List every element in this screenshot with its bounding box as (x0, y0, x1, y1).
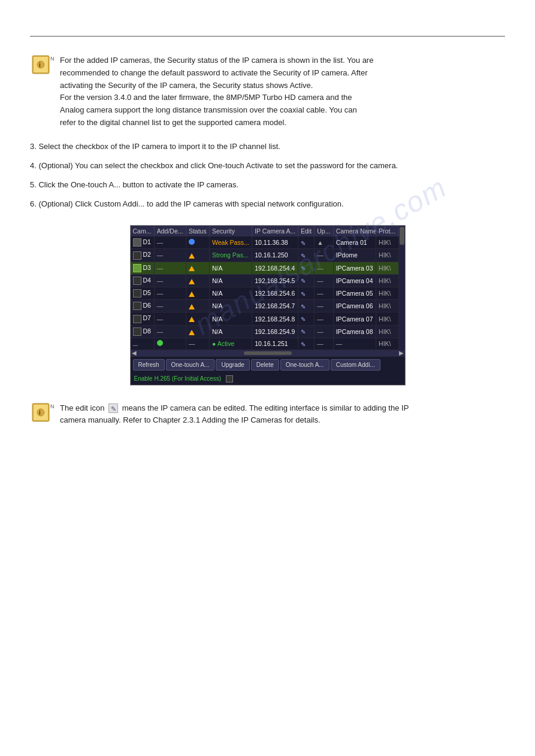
cell-cam: D4 (131, 274, 155, 287)
edit-pencil-icon[interactable]: ✎ (301, 265, 306, 272)
row-checkbox[interactable] (133, 289, 141, 297)
svg-point-2 (37, 61, 44, 68)
col-add: Add/De... (154, 226, 186, 236)
row-checkbox[interactable] (133, 238, 141, 247)
row-checkbox[interactable] (133, 327, 141, 336)
upgrade-button[interactable]: Upgrade (216, 359, 249, 371)
table-wrapper: Cam... Add/De... Status Security IP Came… (131, 226, 405, 350)
table-row: D5 — N/A 192.168.254.6 ✎ — (131, 287, 399, 300)
svg-point-7 (37, 409, 44, 416)
row-checkbox[interactable] (133, 302, 141, 310)
cell-name: — (333, 338, 376, 350)
cell-cam: D1 (131, 236, 155, 249)
enable-h265-checkbox[interactable] (226, 375, 233, 382)
table-header-row: Cam... Add/De... Status Security IP Came… (131, 226, 399, 236)
cell-up: ▲ (315, 236, 333, 249)
cell-cam: D2 (131, 249, 155, 262)
delete-button[interactable]: Delete (251, 359, 279, 371)
cell-add: — (154, 249, 186, 262)
edit-pencil-icon[interactable]: ✎ (301, 341, 306, 348)
cell-security: N/A (209, 312, 252, 325)
cell-ip: 192.168.254.8 (252, 312, 298, 325)
cell-edit: ✎ (298, 325, 314, 338)
row-checkbox[interactable] (133, 264, 141, 272)
cell-ip: 192.168.254.7 (252, 300, 298, 312)
cell-name: IPCamera 03 (333, 262, 376, 274)
edit-pencil-icon[interactable]: ✎ (301, 253, 306, 259)
cell-status (186, 274, 209, 287)
cell-add: — (154, 236, 186, 249)
custom-add-button[interactable]: Custom Addi... (331, 359, 380, 371)
col-cam: Cam... (131, 226, 155, 236)
cell-status (186, 312, 209, 325)
edit-pencil-icon[interactable]: ✎ (301, 316, 306, 323)
one-touch-add-button[interactable]: One-touch A... (280, 359, 330, 371)
cell-name: Camera 01 (333, 236, 376, 249)
cell-cam: ... (131, 338, 155, 350)
col-prot: Prot... (376, 226, 398, 236)
edit-pencil-icon[interactable]: ✎ (301, 303, 306, 310)
cell-security: N/A (209, 300, 252, 312)
cell-security: N/A (209, 262, 252, 274)
cell-name: IPCamera 06 (333, 300, 376, 312)
table-row: D4 — N/A 192.168.254.5 ✎ — (131, 274, 399, 287)
row-checkbox[interactable] (133, 315, 141, 323)
warning-triangle-icon (189, 253, 195, 259)
svg-text:NOTE: NOTE (50, 403, 54, 409)
col-name: Camera Name (333, 226, 376, 236)
cell-ip: 192.168.254.5 (252, 274, 298, 287)
edit-pencil-icon[interactable]: ✎ (301, 240, 306, 247)
col-ip: IP Camera A... (252, 226, 298, 236)
cell-add: — (154, 312, 186, 325)
cell-add: — (154, 300, 186, 312)
row-checkbox[interactable] (133, 277, 141, 285)
cell-edit: ✎ (298, 287, 314, 300)
cell-edit: ✎ (298, 236, 314, 249)
cell-ip: 10.16.1.250 (252, 249, 298, 262)
cell-name: IPCamera 08 (333, 325, 376, 338)
cell-cam: D3 (131, 262, 155, 274)
table-row: ... — ● Active 10.16.1.251 ✎ — — (131, 338, 399, 350)
cell-security: N/A (209, 287, 252, 300)
cell-add: — (154, 274, 186, 287)
h-scroll-thumb[interactable] (244, 351, 292, 355)
cell-cam: D8 (131, 325, 155, 338)
cell-prot: HIK\ (376, 338, 398, 350)
status-icon-blue (189, 239, 195, 245)
vertical-scrollbar[interactable] (399, 226, 405, 350)
cell-prot: HIK\ (376, 262, 398, 274)
cell-cam: D7 (131, 312, 155, 325)
cell-status: — (186, 338, 209, 350)
cell-up: — (315, 312, 333, 325)
cell-security: Strong Pas... (209, 249, 252, 262)
cell-edit: ✎ (298, 312, 314, 325)
page-container: manualsarchive.com i NOTE For the added … (0, 0, 535, 756)
warning-triangle-icon (189, 292, 195, 297)
svg-text:i: i (39, 409, 41, 416)
horizontal-scrollbar[interactable]: ◀ ▶ (131, 350, 405, 356)
cell-name: IPdome (333, 249, 376, 262)
table-row: D2 — Strong Pas... 10.16.1.250 ✎ — (131, 249, 399, 262)
enable-h265-label: Enable H.265 (For Initial Access) (134, 375, 222, 382)
cell-prot: HIK\ (376, 274, 398, 287)
cell-ip: 192.168.254.6 (252, 287, 298, 300)
cell-cam: D6 (131, 300, 155, 312)
edit-pencil-icon[interactable]: ✎ (301, 329, 306, 335)
warning-triangle-icon (189, 317, 195, 322)
body-para-1: 3. Select the checkbox of the IP camera … (30, 140, 505, 153)
cell-name: IPCamera 05 (333, 287, 376, 300)
edit-pencil-icon[interactable]: ✎ (301, 291, 306, 297)
cell-up: — (315, 274, 333, 287)
table-row: D3 — N/A 192.168.254.4 ✎ — (131, 262, 399, 274)
refresh-button[interactable]: Refresh (133, 359, 165, 371)
v-scroll-thumb[interactable] (400, 227, 404, 245)
row-checkbox[interactable] (133, 251, 141, 260)
cell-status (186, 325, 209, 338)
edit-pencil-icon[interactable]: ✎ (301, 278, 306, 284)
top-divider (30, 36, 505, 37)
one-touch-activate-button[interactable]: One-touch A... (166, 359, 215, 371)
cell-up: — (315, 249, 333, 262)
body-para-4: 6. (Optional) Click Custom Addi... to ad… (30, 198, 505, 211)
cell-security: ● Active (209, 338, 252, 350)
warning-triangle-icon (189, 279, 195, 284)
